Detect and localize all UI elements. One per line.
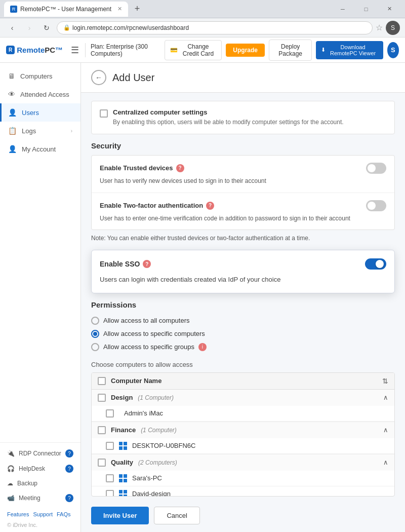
david-design-name: David-design [132,490,171,496]
my-account-label: My Account [22,145,56,153]
group-quality-row[interactable]: Quality (2 Computers) ∧ [92,454,394,471]
cancel-button[interactable]: Cancel [154,507,199,524]
download-label: Download RemotePC Viewer [328,44,378,56]
sidebar-backup[interactable]: ☁ Backup [0,476,80,490]
sidebar-links: Features Support FAQs [0,509,80,520]
group-quality-chevron[interactable]: ∧ [383,459,388,466]
group-design: Design (1 Computer) ∧ Admin's iMac [92,390,394,422]
address-text: login.remotepc.com/rpcnew/userdashboard [72,24,189,31]
browser-tab[interactable]: R RemotePC™ - User Management ✕ [4,2,128,17]
table-header: Computer Name ⇅ [92,373,394,390]
attended-access-label: Attended Access [20,91,69,98]
svg-rect-8 [119,490,123,493]
address-bar[interactable]: 🔒 login.remotepc.com/rpcnew/userdashboar… [57,21,373,34]
radio-all-label: Allow access to all computers [103,317,190,324]
sidebar-item-computers[interactable]: 🖥 Computers [0,67,80,85]
logs-icon: 📋 [8,127,17,135]
group-finance-chevron[interactable]: ∧ [383,426,388,434]
minimize-btn[interactable]: ─ [331,2,354,17]
admin-imac-checkbox[interactable] [106,409,114,417]
group-design-row[interactable]: Design (1 Computer) ∧ [92,390,394,406]
group-quality-checkbox[interactable] [98,459,106,467]
svg-rect-11 [124,495,127,496]
helpdesk-help-icon[interactable]: ? [65,465,73,473]
computer-table: Computer Name ⇅ Design (1 Computer) ∧ [91,372,395,497]
computer-admin-imac: Admin's iMac [92,406,394,422]
sso-toggle[interactable] [365,258,386,270]
invite-user-button[interactable]: Invite User [91,507,149,524]
two-factor-help-icon[interactable]: ? [206,202,214,210]
radio-specific-computers[interactable]: Allow access to specific computers [91,327,395,340]
group-design-checkbox[interactable] [98,394,106,402]
group-finance-row[interactable]: Finance (1 Computer) ∧ [92,422,394,438]
browser-chrome: R RemotePC™ - User Management ✕ + ─ □ ✕ [0,0,405,18]
two-factor-toggle[interactable] [366,200,386,211]
reload-btn[interactable]: ↻ [39,21,54,35]
close-btn[interactable]: ✕ [378,2,401,17]
computers-label: Computers [20,72,53,80]
tab-close-icon[interactable]: ✕ [117,6,122,12]
lock-icon: 🔒 [63,24,70,31]
sidebar-meeting[interactable]: 📹 Meeting ? [0,490,80,506]
sidebar-rdp-connector[interactable]: 🔌 RDP Connector ? [0,446,80,461]
credit-card-btn[interactable]: 💳 Change Credit Card [165,40,222,60]
trusted-devices-help-icon[interactable]: ? [176,164,184,172]
forward-nav-btn[interactable]: › [22,21,36,35]
rdp-help-icon[interactable]: ? [65,449,73,458]
upgrade-btn[interactable]: Upgrade [226,44,265,57]
centralized-desc: By enabling this option, users will be a… [113,118,344,127]
features-link[interactable]: Features [7,511,29,517]
svg-rect-3 [124,446,127,450]
sso-desc: Users can login with credentials created… [100,275,386,285]
group-design-chevron[interactable]: ∧ [383,394,388,401]
table-header-checkbox[interactable] [98,377,106,385]
sidebar-item-users[interactable]: 👤 Users [0,103,80,122]
svg-rect-5 [124,474,127,478]
david-design-checkbox[interactable] [106,490,114,496]
sort-icon[interactable]: ⇅ [382,377,388,385]
sidebar-item-attended-access[interactable]: 👁 Attended Access [0,85,80,103]
centralized-checkbox-row: Centralized computer settings By enablin… [100,108,386,127]
hamburger-btn[interactable]: ☰ [69,43,81,58]
saras-pc-checkbox[interactable] [106,474,114,482]
sidebar-item-logs[interactable]: 📋 Logs › [0,122,80,140]
svg-rect-4 [119,474,123,478]
group-quality-count: (2 Computers) [138,459,177,466]
trusted-devices-toggle[interactable] [366,163,386,174]
sso-card: Enable SSO ? Users can login with creden… [91,250,395,293]
sidebar-helpdesk[interactable]: 🎧 HelpDesk ? [0,461,80,476]
two-factor-option: Enable Two-factor authentication ? User … [92,193,394,230]
sidebar-bottom: 🔌 RDP Connector ? 🎧 HelpDesk ? ☁ Backup … [0,442,80,509]
sso-label: Enable SSO ? [100,260,151,268]
star-icon[interactable]: ☆ [376,23,383,32]
support-link[interactable]: Support [33,511,53,517]
security-box: Enable Trusted devices ? User has to ver… [91,155,395,231]
centralized-settings-card: Centralized computer settings By enablin… [91,101,395,134]
meeting-help-icon[interactable]: ? [65,494,73,502]
desktop-checkbox[interactable] [106,442,114,450]
new-tab-btn[interactable]: + [130,2,144,16]
restore-btn[interactable]: □ [354,2,378,17]
plan-text: Plan: Enterprise (300 Computers) [85,43,156,57]
user-menu-icon[interactable]: S [386,21,400,35]
radio-specific-groups[interactable]: Allow access to specific groups i [91,340,395,354]
back-nav-btn[interactable]: ‹ [5,21,19,35]
faqs-link[interactable]: FAQs [57,511,71,517]
back-button[interactable]: ← [91,70,106,85]
sidebar-item-my-account[interactable]: 👤 My Account [0,140,80,158]
download-btn[interactable]: ⬇ Download RemotePC Viewer [316,41,383,59]
user-avatar[interactable]: S [387,42,399,58]
rdp-icon: 🔌 [7,450,15,457]
table-scroll[interactable]: Design (1 Computer) ∧ Admin's iMac [92,390,394,496]
deploy-btn[interactable]: Deploy Package [269,40,312,61]
helpdesk-icon: 🎧 [7,465,15,472]
groups-info-icon[interactable]: i [198,343,207,351]
centralized-checkbox[interactable] [100,109,108,118]
computer-david-design: David-design [92,486,394,496]
sso-help-icon[interactable]: ? [143,260,151,268]
group-quality: Quality (2 Computers) ∧ Sara's-PC [92,454,394,496]
computers-section: Choose computers to allow access Compute… [91,361,395,497]
trusted-devices-desc: User has to verify new devices used to s… [100,177,386,185]
radio-all-computers[interactable]: Allow access to all computers [91,314,395,327]
group-finance-checkbox[interactable] [98,426,106,434]
